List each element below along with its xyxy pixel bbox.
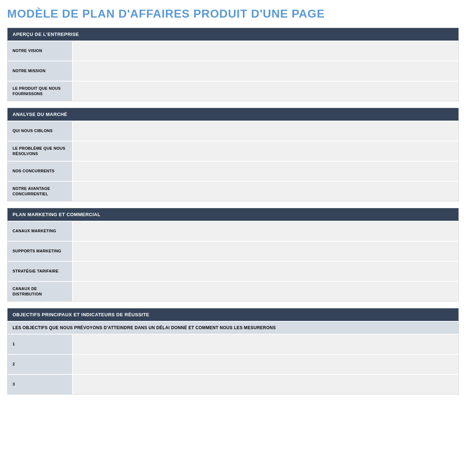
label-pricing: STRATÉGIE TARIFAIRE — [8, 262, 72, 281]
section-overview: APERÇU DE L'ENTREPRISE NOTRE VISION NOTR… — [7, 28, 459, 101]
value-supports[interactable] — [72, 242, 458, 261]
section-header-market: ANALYSE DU MARCHÉ — [8, 108, 458, 121]
section-market: ANALYSE DU MARCHÉ QUI NOUS CIBLONS LE PR… — [7, 108, 459, 201]
value-vision[interactable] — [72, 41, 458, 61]
row-channels: CANAUX MARKETING — [8, 221, 458, 241]
sub-header-objectives: LES OBJECTIFS QUE NOUS PRÉVOYONS D'ATTEI… — [8, 321, 458, 334]
value-obj2[interactable] — [72, 355, 458, 374]
label-mission: NOTRE MISSION — [8, 61, 72, 81]
row-obj1: 1 — [8, 334, 458, 354]
row-competitors: NOS CONCURRENTS — [8, 161, 458, 181]
value-problem[interactable] — [72, 141, 458, 161]
value-advantage[interactable] — [72, 182, 458, 201]
label-supports: SUPPORTS MARKETING — [8, 242, 72, 261]
row-supports: SUPPORTS MARKETING — [8, 241, 458, 261]
label-problem: LE PROBLÈME QUE NOUS RÉSOLVONS — [8, 141, 72, 161]
value-target[interactable] — [72, 121, 458, 141]
row-target: QUI NOUS CIBLONS — [8, 121, 458, 141]
section-header-marketing: PLAN MARKETING ET COMMERCIAL — [8, 208, 458, 221]
row-obj2: 2 — [8, 354, 458, 374]
row-pricing: STRATÉGIE TARIFAIRE — [8, 261, 458, 281]
row-mission: NOTRE MISSION — [8, 61, 458, 81]
row-advantage: NOTRE AVANTAGE CONCURRENTIEL — [8, 181, 458, 201]
label-obj3: 3 — [8, 375, 72, 394]
label-competitors: NOS CONCURRENTS — [8, 162, 72, 181]
row-product: LE PRODUIT QUE NOUS FOURNISSONS — [8, 81, 458, 101]
label-product: LE PRODUIT QUE NOUS FOURNISSONS — [8, 81, 72, 101]
row-distribution: CANAUX DE DISTRIBUTION — [8, 281, 458, 301]
label-channels: CANAUX MARKETING — [8, 221, 72, 241]
value-channels[interactable] — [72, 221, 458, 241]
section-objectives: OBJECTIFS PRINCIPAUX ET INDICATEURS DE R… — [7, 308, 459, 395]
value-distribution[interactable] — [72, 282, 458, 301]
label-advantage: NOTRE AVANTAGE CONCURRENTIEL — [8, 182, 72, 201]
label-target: QUI NOUS CIBLONS — [8, 121, 72, 141]
label-vision: NOTRE VISION — [8, 41, 72, 61]
row-vision: NOTRE VISION — [8, 41, 458, 61]
value-obj1[interactable] — [72, 335, 458, 354]
value-product[interactable] — [72, 81, 458, 101]
label-obj2: 2 — [8, 355, 72, 374]
value-pricing[interactable] — [72, 262, 458, 281]
row-problem: LE PROBLÈME QUE NOUS RÉSOLVONS — [8, 141, 458, 161]
value-obj3[interactable] — [72, 375, 458, 394]
page-title: MODÈLE DE PLAN D'AFFAIRES PRODUIT D'UNE … — [7, 7, 459, 20]
value-competitors[interactable] — [72, 162, 458, 181]
label-obj1: 1 — [8, 335, 72, 354]
label-distribution: CANAUX DE DISTRIBUTION — [8, 282, 72, 301]
value-mission[interactable] — [72, 61, 458, 81]
row-obj3: 3 — [8, 374, 458, 394]
section-header-objectives: OBJECTIFS PRINCIPAUX ET INDICATEURS DE R… — [8, 308, 458, 321]
section-header-overview: APERÇU DE L'ENTREPRISE — [8, 28, 458, 41]
section-marketing: PLAN MARKETING ET COMMERCIAL CANAUX MARK… — [7, 208, 459, 302]
